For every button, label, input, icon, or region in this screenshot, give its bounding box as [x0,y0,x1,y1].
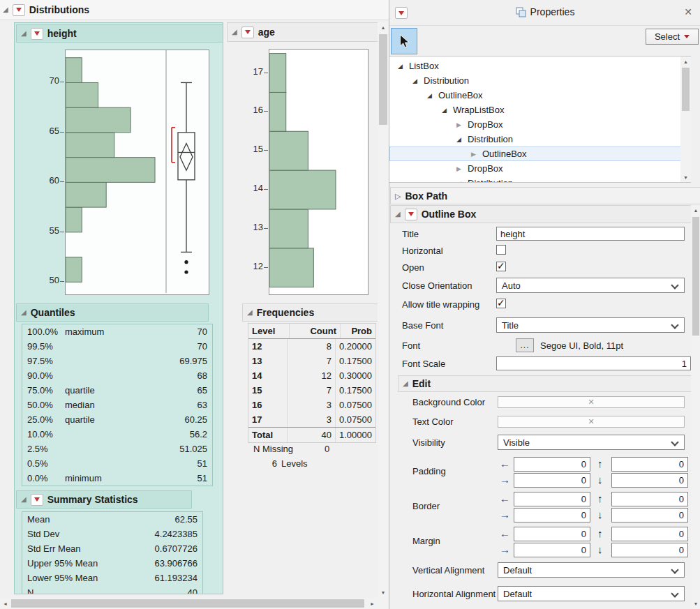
expanded-icon[interactable]: ◢ [442,107,449,114]
scroll-down-button[interactable]: ▼ [378,587,389,598]
tree-item-dropbox[interactable]: ▶DropBox [389,117,691,132]
vertical-scrollbar[interactable]: ▲ ▼ [378,22,389,598]
histogram-bar[interactable] [66,58,82,83]
histogram-bar[interactable] [66,82,98,107]
tree-scrollbar[interactable]: ▲ ▼ [680,57,691,182]
collapse-open-icon[interactable]: ◢ [21,309,27,316]
collapse-open-icon[interactable]: ◢ [21,30,27,37]
properties-scroll-up-button[interactable]: ▲ [691,205,700,216]
tree-item-distribution[interactable]: ◢Distribution [389,176,691,183]
outline-box-red-triangle-menu[interactable] [405,209,417,220]
histogram-bar[interactable] [269,54,286,93]
collapsed-icon[interactable]: ▶ [456,121,463,128]
arrow-tool-button[interactable] [391,28,417,54]
histogram-bar[interactable] [66,158,155,183]
title-input[interactable]: height [496,227,685,241]
properties-scrollbar[interactable]: ▲ ▼ [691,205,700,609]
background-color-well[interactable]: ✕ [498,396,685,408]
collapse-open-icon[interactable]: ◢ [403,380,408,387]
vertical-scrollbar-thumb[interactable] [379,34,387,125]
collapsed-icon[interactable]: ▶ [456,165,463,172]
text-color-well[interactable]: ✕ [498,416,685,428]
close-icon[interactable]: ✕ [684,6,692,17]
expanded-icon[interactable]: ◢ [456,136,463,143]
vertical-alignment-select[interactable]: Default [498,562,685,578]
red-triangle-menu-button[interactable] [13,4,25,16]
tree-scroll-up-button[interactable]: ▲ [680,57,691,66]
histogram-bar[interactable] [269,248,313,287]
collapse-open-icon[interactable]: ◢ [247,309,253,316]
histogram-bar[interactable] [269,131,308,170]
tree-item-outlinebox[interactable]: ◢OutlineBox [389,88,691,103]
height-red-triangle-menu[interactable] [31,28,43,40]
expanded-icon[interactable]: ◢ [427,92,434,99]
close-orientation-select[interactable]: Auto [496,278,685,293]
histogram-bar[interactable] [66,133,114,158]
allow-title-wrapping-checkbox[interactable] [496,299,506,308]
height-histogram[interactable] [66,50,207,293]
expanded-icon[interactable]: ◢ [456,180,463,183]
margin-up-input[interactable]: 0 [611,527,688,541]
age-red-triangle-menu[interactable] [241,27,254,38]
outlier-point[interactable] [184,270,188,273]
border-up-input[interactable]: 0 [611,492,688,506]
age-panel[interactable]: ◢ age ◢ Frequencies LevelCountProb1280.2… [227,22,378,483]
tree-item-outlinebox[interactable]: ▶OutlineBox [389,146,691,161]
font-scale-input[interactable]: 1 [496,356,691,370]
border-down-input[interactable]: 0 [611,508,688,522]
margin-down-input[interactable]: 0 [611,543,688,557]
age-histogram[interactable] [269,50,366,293]
padding-up-input[interactable]: 0 [611,457,688,472]
padding-down-input[interactable]: 0 [611,473,688,488]
expanded-icon[interactable]: ◢ [398,63,405,70]
collapsed-icon[interactable]: ▶ [471,151,478,158]
margin-right-input[interactable]: 0 [514,543,590,557]
height-histogram-plot[interactable] [65,50,209,295]
scroll-up-button[interactable]: ▲ [378,22,389,33]
properties-scrollbar-thumb[interactable] [692,217,699,336]
histogram-bar[interactable] [66,257,82,283]
age-histogram-plot[interactable] [269,49,368,295]
outlier-point[interactable] [184,260,188,264]
tree-item-dropbox[interactable]: ▶DropBox [389,161,691,176]
histogram-bar[interactable] [66,182,106,207]
horizontal-alignment-select[interactable]: Default [498,586,685,601]
select-menu-button[interactable]: Select [646,29,699,45]
tree-scrollbar-thumb[interactable] [682,68,690,111]
tree-scroll-down-button[interactable]: ▼ [680,172,691,182]
padding-left-input[interactable]: 0 [514,457,590,472]
histogram-bar[interactable] [269,92,286,131]
open-checkbox[interactable] [496,262,506,271]
visibility-select[interactable]: Visible [498,435,685,450]
margin-left-input[interactable]: 0 [514,527,590,541]
collapse-open-icon[interactable]: ◢ [232,29,237,36]
padding-right-input[interactable]: 0 [514,473,590,488]
collapse-open-icon[interactable]: ◢ [21,496,27,503]
histogram-bar[interactable] [269,209,308,248]
tree-item-distribution[interactable]: ◢Distribution [389,73,691,88]
expanded-icon[interactable]: ◢ [412,77,419,84]
scroll-left-button[interactable]: ◄ [0,598,10,609]
tree-item-wraplistbox[interactable]: ◢WrapListBox [389,103,691,117]
base-font-select[interactable]: Title [496,317,685,333]
histogram-bar[interactable] [269,170,336,209]
histogram-bar[interactable] [66,107,131,133]
horizontal-checkbox[interactable] [496,245,506,255]
collapse-closed-icon[interactable]: ▷ [395,193,401,200]
height-panel[interactable]: ◢ height ◢ Quantiles 100.0%maximum7099.5… [14,22,223,594]
collapse-open-icon[interactable]: ◢ [3,6,8,13]
horizontal-scrollbar-thumb[interactable] [11,599,364,608]
border-left-input[interactable]: 0 [514,492,590,506]
summary-red-triangle-menu[interactable] [31,494,43,506]
histogram-bar[interactable] [66,207,82,232]
font-picker-button[interactable]: ... [516,338,534,352]
border-right-input[interactable]: 0 [514,508,590,522]
display-tree[interactable]: ◢ListBox◢Distribution◢OutlineBox◢WrapLis… [389,56,691,183]
collapse-open-icon[interactable]: ◢ [395,211,401,218]
tree-item-listbox[interactable]: ◢ListBox [389,59,691,73]
properties-scroll-down-button[interactable]: ▼ [691,599,700,609]
box-path-header[interactable]: ▷ Box Path [390,187,700,204]
horizontal-scrollbar[interactable]: ◄ ► [0,598,378,609]
tree-item-distribution[interactable]: ◢Distribution [389,132,691,146]
scroll-right-button[interactable]: ► [367,598,378,609]
